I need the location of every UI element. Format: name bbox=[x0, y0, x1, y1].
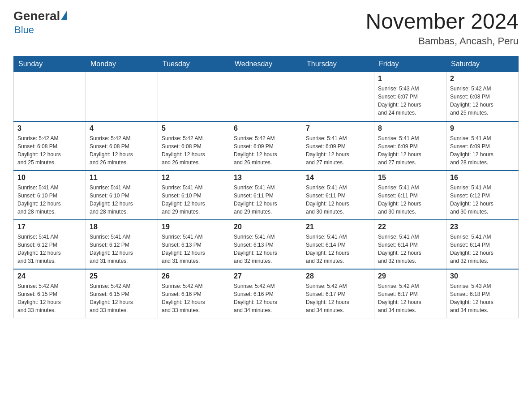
calendar-cell: 29Sunrise: 5:42 AMSunset: 6:17 PMDayligh… bbox=[374, 269, 446, 318]
day-info: Sunrise: 5:43 AMSunset: 6:18 PMDaylight:… bbox=[450, 282, 515, 314]
calendar-cell: 26Sunrise: 5:42 AMSunset: 6:16 PMDayligh… bbox=[158, 269, 230, 318]
day-info: Sunrise: 5:42 AMSunset: 6:08 PMDaylight:… bbox=[90, 134, 154, 167]
day-info: Sunrise: 5:41 AMSunset: 6:09 PMDaylight:… bbox=[450, 134, 515, 167]
calendar-cell: 15Sunrise: 5:41 AMSunset: 6:11 PMDayligh… bbox=[374, 171, 446, 220]
day-number: 8 bbox=[378, 124, 442, 133]
calendar-cell: 18Sunrise: 5:41 AMSunset: 6:12 PMDayligh… bbox=[86, 220, 158, 269]
day-number: 18 bbox=[90, 223, 154, 231]
day-info: Sunrise: 5:41 AMSunset: 6:09 PMDaylight:… bbox=[306, 134, 370, 167]
day-number: 2 bbox=[450, 75, 515, 83]
calendar-cell: 1Sunrise: 5:43 AMSunset: 6:07 PMDaylight… bbox=[374, 72, 446, 121]
calendar-cell: 13Sunrise: 5:41 AMSunset: 6:11 PMDayligh… bbox=[230, 171, 302, 220]
calendar-cell: 12Sunrise: 5:41 AMSunset: 6:10 PMDayligh… bbox=[158, 171, 230, 220]
day-info: Sunrise: 5:41 AMSunset: 6:10 PMDaylight:… bbox=[17, 184, 82, 216]
day-info: Sunrise: 5:41 AMSunset: 6:11 PMDaylight:… bbox=[378, 184, 442, 216]
calendar-cell: 27Sunrise: 5:42 AMSunset: 6:16 PMDayligh… bbox=[230, 269, 302, 318]
day-number: 3 bbox=[17, 124, 82, 133]
logo-general-text: General bbox=[13, 9, 60, 23]
calendar-cell: 9Sunrise: 5:41 AMSunset: 6:09 PMDaylight… bbox=[446, 121, 519, 171]
day-number: 23 bbox=[450, 223, 515, 231]
calendar-week-row: 24Sunrise: 5:42 AMSunset: 6:15 PMDayligh… bbox=[14, 269, 519, 318]
calendar-cell: 19Sunrise: 5:41 AMSunset: 6:13 PMDayligh… bbox=[158, 220, 230, 269]
calendar-cell bbox=[302, 72, 374, 121]
calendar-cell: 7Sunrise: 5:41 AMSunset: 6:09 PMDaylight… bbox=[302, 121, 374, 171]
calendar-cell bbox=[230, 72, 302, 121]
day-info: Sunrise: 5:41 AMSunset: 6:14 PMDaylight:… bbox=[378, 233, 442, 265]
day-number: 20 bbox=[234, 223, 298, 231]
calendar-cell: 28Sunrise: 5:42 AMSunset: 6:17 PMDayligh… bbox=[302, 269, 374, 318]
calendar-cell: 11Sunrise: 5:41 AMSunset: 6:10 PMDayligh… bbox=[86, 171, 158, 220]
calendar-cell: 5Sunrise: 5:42 AMSunset: 6:08 PMDaylight… bbox=[158, 121, 230, 171]
day-number: 19 bbox=[162, 223, 226, 231]
weekday-header-sunday: Sunday bbox=[14, 56, 86, 72]
day-info: Sunrise: 5:41 AMSunset: 6:12 PMDaylight:… bbox=[450, 184, 515, 216]
day-number: 4 bbox=[90, 124, 154, 133]
month-title: November 2024 bbox=[365, 9, 519, 34]
day-info: Sunrise: 5:42 AMSunset: 6:17 PMDaylight:… bbox=[306, 282, 370, 314]
calendar-week-row: 3Sunrise: 5:42 AMSunset: 6:08 PMDaylight… bbox=[14, 121, 519, 171]
calendar-cell: 17Sunrise: 5:41 AMSunset: 6:12 PMDayligh… bbox=[14, 220, 86, 269]
calendar-cell: 2Sunrise: 5:42 AMSunset: 6:08 PMDaylight… bbox=[446, 72, 519, 121]
day-number: 17 bbox=[17, 223, 82, 231]
day-number: 9 bbox=[450, 124, 515, 133]
day-info: Sunrise: 5:42 AMSunset: 6:15 PMDaylight:… bbox=[17, 282, 82, 314]
page-header: General Blue November 2024 Bambas, Ancas… bbox=[13, 9, 519, 47]
calendar-week-row: 17Sunrise: 5:41 AMSunset: 6:12 PMDayligh… bbox=[14, 220, 519, 269]
day-number: 25 bbox=[90, 272, 154, 280]
calendar-cell: 16Sunrise: 5:41 AMSunset: 6:12 PMDayligh… bbox=[446, 171, 519, 220]
day-info: Sunrise: 5:41 AMSunset: 6:14 PMDaylight:… bbox=[450, 233, 515, 265]
calendar-cell: 24Sunrise: 5:42 AMSunset: 6:15 PMDayligh… bbox=[14, 269, 86, 318]
day-info: Sunrise: 5:41 AMSunset: 6:12 PMDaylight:… bbox=[90, 233, 154, 265]
day-info: Sunrise: 5:42 AMSunset: 6:15 PMDaylight:… bbox=[90, 282, 154, 314]
day-number: 26 bbox=[162, 272, 226, 280]
calendar-cell: 21Sunrise: 5:41 AMSunset: 6:14 PMDayligh… bbox=[302, 220, 374, 269]
day-number: 5 bbox=[162, 124, 226, 133]
calendar-cell bbox=[86, 72, 158, 121]
day-info: Sunrise: 5:42 AMSunset: 6:16 PMDaylight:… bbox=[234, 282, 298, 314]
day-number: 6 bbox=[234, 124, 298, 133]
day-info: Sunrise: 5:41 AMSunset: 6:11 PMDaylight:… bbox=[306, 184, 370, 216]
day-number: 13 bbox=[234, 174, 298, 182]
day-number: 29 bbox=[378, 272, 442, 280]
calendar-cell: 6Sunrise: 5:42 AMSunset: 6:09 PMDaylight… bbox=[230, 121, 302, 171]
day-info: Sunrise: 5:43 AMSunset: 6:07 PMDaylight:… bbox=[378, 85, 442, 117]
weekday-header-wednesday: Wednesday bbox=[230, 56, 302, 72]
calendar-week-row: 1Sunrise: 5:43 AMSunset: 6:07 PMDaylight… bbox=[14, 72, 519, 121]
title-area: November 2024 Bambas, Ancash, Peru bbox=[365, 9, 519, 47]
day-number: 10 bbox=[17, 174, 82, 182]
weekday-header-tuesday: Tuesday bbox=[158, 56, 230, 72]
day-info: Sunrise: 5:41 AMSunset: 6:09 PMDaylight:… bbox=[378, 134, 442, 167]
logo: General Blue bbox=[13, 9, 68, 36]
day-info: Sunrise: 5:41 AMSunset: 6:14 PMDaylight:… bbox=[306, 233, 370, 265]
day-info: Sunrise: 5:42 AMSunset: 6:08 PMDaylight:… bbox=[17, 134, 82, 167]
weekday-header-thursday: Thursday bbox=[302, 56, 374, 72]
day-info: Sunrise: 5:42 AMSunset: 6:17 PMDaylight:… bbox=[378, 282, 442, 314]
weekday-header-monday: Monday bbox=[86, 56, 158, 72]
logo-triangle-icon bbox=[61, 10, 67, 20]
day-info: Sunrise: 5:41 AMSunset: 6:10 PMDaylight:… bbox=[162, 184, 226, 216]
calendar-cell: 30Sunrise: 5:43 AMSunset: 6:18 PMDayligh… bbox=[446, 269, 519, 318]
calendar-cell: 3Sunrise: 5:42 AMSunset: 6:08 PMDaylight… bbox=[14, 121, 86, 171]
calendar-table: SundayMondayTuesdayWednesdayThursdayFrid… bbox=[13, 56, 519, 318]
day-info: Sunrise: 5:41 AMSunset: 6:13 PMDaylight:… bbox=[234, 233, 298, 265]
calendar-header-row: SundayMondayTuesdayWednesdayThursdayFrid… bbox=[14, 56, 519, 72]
weekday-header-saturday: Saturday bbox=[446, 56, 519, 72]
day-number: 21 bbox=[306, 223, 370, 231]
day-number: 7 bbox=[306, 124, 370, 133]
day-number: 14 bbox=[306, 174, 370, 182]
day-number: 16 bbox=[450, 174, 515, 182]
day-number: 28 bbox=[306, 272, 370, 280]
day-number: 27 bbox=[234, 272, 298, 280]
calendar-cell: 14Sunrise: 5:41 AMSunset: 6:11 PMDayligh… bbox=[302, 171, 374, 220]
calendar-cell: 20Sunrise: 5:41 AMSunset: 6:13 PMDayligh… bbox=[230, 220, 302, 269]
logo-blue-text: Blue bbox=[14, 24, 34, 36]
calendar-cell bbox=[158, 72, 230, 121]
calendar-cell: 25Sunrise: 5:42 AMSunset: 6:15 PMDayligh… bbox=[86, 269, 158, 318]
day-info: Sunrise: 5:42 AMSunset: 6:08 PMDaylight:… bbox=[162, 134, 226, 167]
day-number: 30 bbox=[450, 272, 515, 280]
day-number: 24 bbox=[17, 272, 82, 280]
calendar-cell bbox=[14, 72, 86, 121]
day-number: 12 bbox=[162, 174, 226, 182]
calendar-cell: 4Sunrise: 5:42 AMSunset: 6:08 PMDaylight… bbox=[86, 121, 158, 171]
calendar-cell: 22Sunrise: 5:41 AMSunset: 6:14 PMDayligh… bbox=[374, 220, 446, 269]
